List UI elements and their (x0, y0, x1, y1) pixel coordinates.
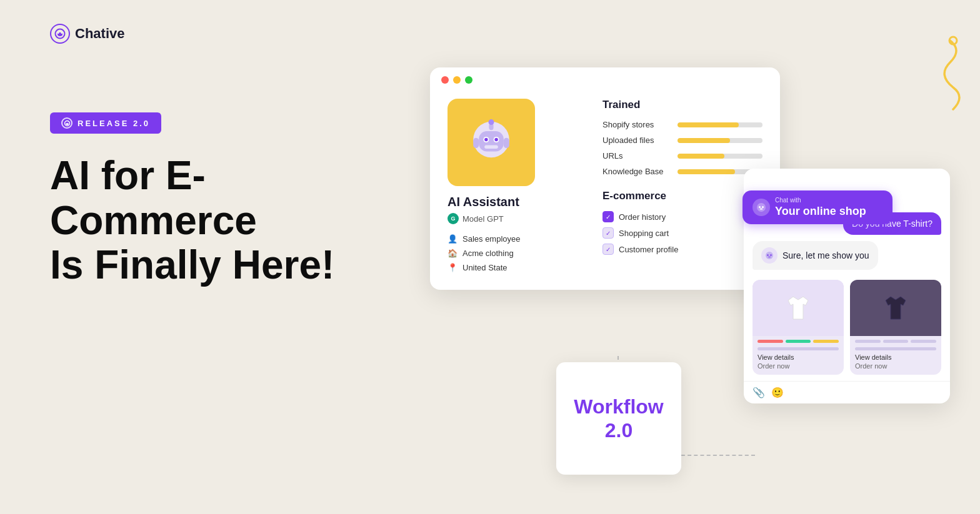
ai-detail-role: 👤 Sales employee (448, 234, 585, 244)
location-icon: 📍 (448, 263, 458, 272)
training-label-files: Uploaded files (602, 136, 671, 145)
release-badge-icon (61, 117, 72, 129)
chat-bot-avatar (752, 199, 770, 216)
headline-line1: AI for E-Commerce (50, 154, 400, 243)
training-panel: Trained Shopify stores Uploaded files UR… (585, 99, 762, 272)
bot-message-1: Sure, let me show you (752, 241, 878, 270)
svg-point-16 (489, 119, 494, 125)
ecom-order-history: ✓ Order history (602, 211, 762, 222)
training-row-urls: URLs (602, 151, 762, 161)
product-colors-white (752, 336, 844, 345)
product-view-white[interactable]: View details (752, 352, 844, 362)
color-gray2 (883, 340, 909, 343)
headline-line2: Is Finally Here! (50, 243, 400, 288)
bar-fill-urls (678, 154, 724, 159)
svg-point-24 (767, 254, 768, 255)
bar-urls (678, 154, 762, 159)
left-content: RELEASE 2.0 AI for E-Commerce Is Finally… (50, 112, 400, 288)
ai-model-text: Model GPT (462, 214, 504, 224)
chat-with-label: Chat with (775, 197, 866, 204)
ecom-shopping-cart: ✓ Shopping cart (602, 227, 762, 239)
ai-detail-company: 🏠 Acme clothing (448, 249, 585, 258)
color-green (786, 340, 811, 343)
attach-icon[interactable]: 📎 (752, 387, 765, 398)
training-label-shopify: Shopify stores (602, 120, 671, 129)
training-label-urls: URLs (602, 151, 671, 161)
release-badge: RELEASE 2.0 (50, 112, 161, 134)
svg-rect-18 (504, 138, 509, 148)
svg-point-26 (768, 256, 771, 257)
training-row-files: Uploaded files (602, 136, 762, 145)
bar-fill-kb (678, 169, 735, 174)
decorative-squiggle (912, 34, 975, 116)
svg-rect-14 (484, 146, 498, 149)
window-dot-green (465, 76, 472, 84)
ai-name: AI Assistant (448, 195, 585, 209)
emoji-icon[interactable]: 🙂 (771, 387, 784, 398)
chat-shop-title: Your online shop (775, 205, 866, 218)
check-customer-profile: ✓ (602, 244, 614, 255)
product-line-white (758, 347, 839, 350)
svg-point-2 (58, 32, 59, 34)
logo: Chative (50, 24, 124, 44)
bar-files (678, 138, 762, 143)
product-view-dark[interactable]: View details (850, 352, 941, 362)
chat-header-bubble: Chat with Your online shop (742, 190, 892, 224)
training-row-kb: Knowledge Base (602, 167, 762, 176)
svg-rect-17 (473, 138, 479, 148)
person-icon: 👤 (448, 234, 458, 244)
svg-point-6 (66, 122, 66, 123)
product-white-tshirt: View details Order now (752, 280, 844, 375)
ai-model: G Model GPT (448, 213, 585, 224)
svg-point-22 (760, 208, 763, 210)
release-badge-label: RELEASE 2.0 (78, 119, 150, 128)
check-order-history: ✓ (602, 211, 614, 222)
workflow-card: Workflow2.0 (556, 362, 681, 475)
ecom-customer-profile: ✓ Customer profile (602, 244, 762, 255)
bot-avatar-small (761, 247, 778, 264)
svg-point-12 (484, 138, 488, 141)
product-order-dark[interactable]: Order now (850, 362, 941, 370)
svg-point-23 (766, 252, 773, 259)
training-label-kb: Knowledge Base (602, 167, 671, 176)
product-dark-tshirt: View details Order now (850, 280, 941, 375)
check-shopping-cart: ✓ (602, 227, 614, 239)
main-headline: AI for E-Commerce Is Finally Here! (50, 154, 400, 288)
color-yellow (813, 340, 839, 343)
ai-details: 👤 Sales employee 🏠 Acme clothing 📍 Unite… (448, 234, 585, 272)
ai-panel: AI Assistant G Model GPT 👤 Sales employe… (448, 99, 585, 272)
gpt-icon: G (448, 213, 459, 224)
bar-shopify (678, 122, 762, 127)
building-icon: 🏠 (448, 249, 458, 258)
bar-fill-shopify (678, 122, 739, 127)
products-row: View details Order now View details Orde… (744, 276, 950, 381)
svg-point-21 (762, 206, 764, 208)
ai-avatar-box (448, 99, 535, 186)
window-controls (430, 67, 780, 84)
svg-point-13 (494, 138, 498, 141)
svg-point-7 (68, 122, 68, 123)
bar-fill-files (678, 138, 730, 143)
trained-title: Trained (602, 99, 762, 111)
workflow-title: Workflow2.0 (574, 395, 663, 443)
ecom-items: ✓ Order history ✓ Shopping cart ✓ Custom… (602, 211, 762, 255)
svg-point-19 (757, 203, 766, 212)
training-row-shopify: Shopify stores (602, 120, 762, 129)
window-dot-red (441, 76, 449, 84)
product-colors-dark (850, 336, 941, 345)
chat-bot-row: Chat with Your online shop (752, 197, 882, 218)
product-order-white[interactable]: Order now (752, 362, 844, 370)
training-rows: Shopify stores Uploaded files URLs (602, 120, 762, 176)
product-line-dark (855, 347, 936, 350)
color-gray3 (911, 340, 936, 343)
svg-point-20 (759, 206, 761, 208)
svg-point-3 (61, 32, 62, 34)
ai-detail-location: 📍 United State (448, 263, 585, 272)
svg-point-25 (770, 254, 771, 255)
color-red (758, 340, 783, 343)
logo-text: Chative (75, 26, 124, 42)
chat-input-bar: 📎 🙂 (744, 381, 950, 403)
logo-icon (50, 24, 70, 44)
color-gray1 (855, 340, 881, 343)
card-body: AI Assistant G Model GPT 👤 Sales employe… (430, 84, 780, 290)
